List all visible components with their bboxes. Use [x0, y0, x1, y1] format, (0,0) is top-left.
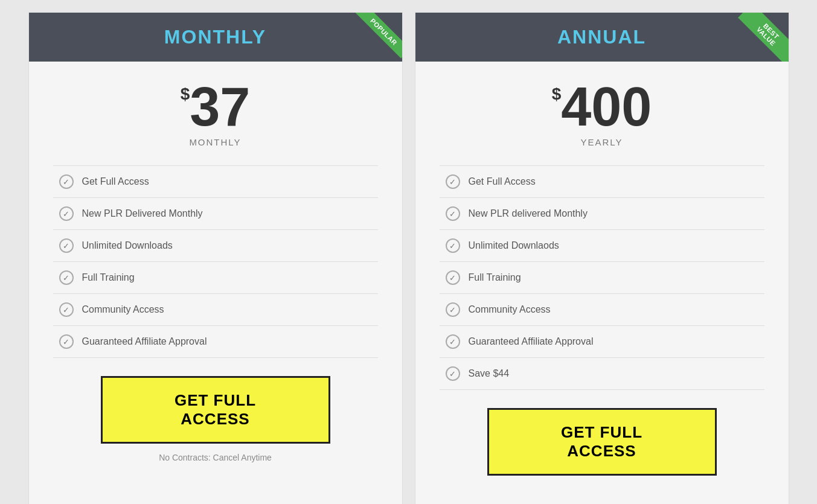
- cta-section-monthly: GET FULL ACCESSNo Contracts: Cancel Anyt…: [53, 376, 378, 474]
- list-item: ✓Save $44: [440, 358, 764, 390]
- feature-label: Unlimited Downloads: [82, 240, 173, 251]
- price-dollar-annual: $: [552, 86, 562, 103]
- badge-label-annual: BEST VALUE: [738, 13, 789, 62]
- checkmark-icon: ✓: [446, 334, 460, 349]
- price-period-monthly: Monthly: [53, 137, 378, 147]
- checkmark-icon: ✓: [59, 206, 74, 221]
- list-item: ✓Get Full Access: [53, 165, 378, 198]
- pricing-card-monthly: MONTHLYPOPULAR$37Monthly✓Get Full Access…: [28, 12, 403, 504]
- card-title-annual: ANNUAL: [428, 26, 777, 48]
- features-list-annual: ✓Get Full Access✓New PLR delivered Month…: [440, 165, 764, 390]
- cta-button-annual[interactable]: GET FULL ACCESS: [487, 408, 717, 476]
- feature-label: Community Access: [469, 304, 551, 315]
- list-item: ✓Full Training: [53, 262, 378, 294]
- price-wrapper-annual: $400: [552, 80, 652, 134]
- card-body-annual: $400YEARLY✓Get Full Access✓New PLR deliv…: [415, 62, 789, 504]
- checkmark-icon: ✓: [446, 366, 460, 381]
- checkmark-icon: ✓: [446, 238, 460, 253]
- card-header-annual: ANNUALBEST VALUE: [415, 13, 789, 62]
- feature-label: Get Full Access: [82, 176, 149, 187]
- pricing-container: MONTHLYPOPULAR$37Monthly✓Get Full Access…: [12, 12, 805, 504]
- price-section-monthly: $37Monthly: [53, 80, 378, 147]
- list-item: ✓Unlimited Downlaods: [440, 230, 764, 262]
- badge-label-monthly: POPULAR: [354, 13, 402, 59]
- list-item: ✓Unlimited Downloads: [53, 230, 378, 262]
- badge-annual: BEST VALUE: [734, 13, 789, 62]
- feature-label: Guaranteed Affiliate Approval: [82, 336, 207, 347]
- checkmark-icon: ✓: [59, 174, 74, 189]
- no-contracts-note-monthly: No Contracts: Cancel Anytime: [53, 453, 378, 462]
- feature-label: Full Training: [82, 272, 135, 283]
- list-item: ✓Community Access: [440, 294, 764, 326]
- feature-label: Guaranteed Affiliate Approval: [469, 336, 594, 347]
- badge-monthly: POPULAR: [348, 13, 402, 62]
- cta-section-annual: GET FULL ACCESS: [440, 408, 764, 497]
- card-title-monthly: MONTHLY: [41, 26, 390, 48]
- card-body-monthly: $37Monthly✓Get Full Access✓New PLR Deliv…: [29, 62, 402, 493]
- price-amount-monthly: 37: [190, 80, 250, 134]
- checkmark-icon: ✓: [446, 174, 460, 189]
- checkmark-icon: ✓: [59, 302, 74, 317]
- price-dollar-monthly: $: [181, 86, 190, 103]
- price-amount-annual: 400: [561, 80, 652, 134]
- card-header-monthly: MONTHLYPOPULAR: [29, 13, 402, 62]
- pricing-card-annual: ANNUALBEST VALUE$400YEARLY✓Get Full Acce…: [415, 12, 789, 504]
- cta-button-monthly[interactable]: GET FULL ACCESS: [101, 376, 330, 444]
- list-item: ✓Full Training: [440, 262, 764, 294]
- features-list-monthly: ✓Get Full Access✓New PLR Delivered Month…: [53, 165, 378, 358]
- list-item: ✓Community Access: [53, 294, 378, 326]
- checkmark-icon: ✓: [446, 206, 460, 221]
- checkmark-icon: ✓: [446, 270, 460, 285]
- list-item: ✓New PLR delivered Monthly: [440, 198, 764, 230]
- feature-label: New PLR Delivered Monthly: [82, 208, 203, 219]
- list-item: ✓New PLR Delivered Monthly: [53, 198, 378, 230]
- feature-label: Get Full Access: [469, 176, 536, 187]
- feature-label: Unlimited Downlaods: [469, 240, 559, 251]
- list-item: ✓Guaranteed Affiliate Approval: [53, 326, 378, 358]
- list-item: ✓Get Full Access: [440, 165, 764, 198]
- price-section-annual: $400YEARLY: [440, 80, 764, 147]
- price-period-annual: YEARLY: [440, 137, 764, 147]
- feature-label: Full Training: [469, 272, 521, 283]
- list-item: ✓Guaranteed Affiliate Approval: [440, 326, 764, 358]
- checkmark-icon: ✓: [59, 334, 74, 349]
- feature-label: Save $44: [469, 368, 510, 379]
- checkmark-icon: ✓: [59, 238, 74, 253]
- feature-label: Community Access: [82, 304, 164, 315]
- checkmark-icon: ✓: [59, 270, 74, 285]
- feature-label: New PLR delivered Monthly: [469, 208, 588, 219]
- checkmark-icon: ✓: [446, 302, 460, 317]
- price-wrapper-monthly: $37: [181, 80, 251, 134]
